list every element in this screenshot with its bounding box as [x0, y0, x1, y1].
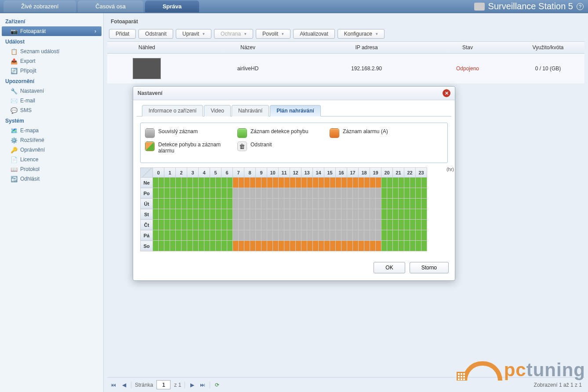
schedule-cell[interactable] [267, 230, 273, 241]
page-input[interactable] [156, 380, 171, 389]
schedule-cell[interactable] [364, 199, 370, 209]
schedule-cell[interactable] [164, 230, 170, 241]
tab-live-view[interactable]: Živé zobrazení [4, 0, 76, 12]
schedule-cell[interactable] [244, 220, 250, 230]
schedule-cell[interactable] [239, 230, 244, 241]
schedule-cell[interactable] [256, 241, 261, 251]
schedule-cell[interactable] [181, 199, 187, 209]
schedule-cell[interactable] [284, 199, 290, 209]
schedule-cell[interactable] [404, 241, 410, 251]
schedule-cell[interactable] [324, 209, 330, 220]
schedule-cell[interactable] [370, 178, 376, 188]
schedule-cell[interactable] [393, 199, 399, 209]
schedule-cell[interactable] [187, 199, 193, 209]
schedule-cell[interactable] [273, 230, 279, 241]
schedule-cell[interactable] [290, 220, 296, 230]
schedule-cell[interactable] [244, 178, 250, 188]
sidebar-item-sms[interactable]: 💬SMS [0, 105, 103, 115]
schedule-cell[interactable] [290, 178, 296, 188]
schedule-cell[interactable] [410, 230, 416, 241]
schedule-cell[interactable] [279, 188, 284, 199]
schedule-cell[interactable] [199, 230, 204, 241]
sidebar-item-export[interactable]: 📤Export [0, 56, 103, 66]
schedule-cell[interactable] [170, 178, 176, 188]
schedule-cell[interactable] [244, 209, 250, 220]
sidebar-item-camera[interactable]: 📷Fotoaparát› [2, 26, 102, 36]
legend-motion[interactable]: Záznam detekce pohybu [237, 128, 325, 138]
schedule-cell[interactable] [421, 188, 427, 199]
schedule-cell[interactable] [319, 230, 324, 241]
schedule-cell[interactable] [296, 220, 301, 230]
schedule-cell[interactable] [416, 199, 421, 209]
schedule-cell[interactable] [256, 188, 261, 199]
schedule-cell[interactable] [410, 199, 416, 209]
schedule-cell[interactable] [301, 188, 307, 199]
schedule-cell[interactable] [307, 230, 313, 241]
schedule-cell[interactable] [250, 220, 256, 230]
schedule-cell[interactable] [404, 188, 410, 199]
schedule-cell[interactable] [204, 178, 210, 188]
col-state-header[interactable]: Stav [424, 42, 512, 53]
schedule-cell[interactable] [216, 209, 221, 220]
schedule-cell[interactable] [153, 220, 159, 230]
schedule-cell[interactable] [336, 199, 341, 209]
schedule-cell[interactable] [324, 199, 330, 209]
schedule-cell[interactable] [290, 230, 296, 241]
schedule-cell[interactable] [227, 230, 233, 241]
schedule-cell[interactable] [404, 209, 410, 220]
schedule-cell[interactable] [227, 199, 233, 209]
schedule-cell[interactable] [399, 199, 404, 209]
sidebar-item-emap[interactable]: 🗺️E-mapa [0, 126, 103, 135]
schedule-cell[interactable] [199, 188, 204, 199]
schedule-cell[interactable] [416, 241, 421, 251]
schedule-cell[interactable] [364, 188, 370, 199]
schedule-cell[interactable] [204, 209, 210, 220]
schedule-cell[interactable] [324, 230, 330, 241]
protect-button[interactable]: Ochrana [214, 29, 253, 39]
schedule-cell[interactable] [216, 241, 221, 251]
schedule-cell[interactable] [199, 220, 204, 230]
schedule-cell[interactable] [216, 230, 221, 241]
schedule-cell[interactable] [221, 230, 227, 241]
tab-recording-schedule[interactable]: Plán nahrávání [270, 105, 320, 116]
schedule-cell[interactable] [273, 188, 279, 199]
schedule-cell[interactable] [159, 178, 164, 188]
schedule-cell[interactable] [347, 220, 353, 230]
schedule-cell[interactable] [347, 188, 353, 199]
schedule-cell[interactable] [307, 209, 313, 220]
schedule-cell[interactable] [244, 199, 250, 209]
schedule-cell[interactable] [227, 241, 233, 251]
schedule-cell[interactable] [199, 178, 204, 188]
schedule-cell[interactable] [204, 241, 210, 251]
schedule-cell[interactable] [336, 230, 341, 241]
schedule-cell[interactable] [181, 209, 187, 220]
schedule-cell[interactable] [319, 220, 324, 230]
reload-icon[interactable]: ⟳ [214, 381, 221, 388]
schedule-cell[interactable] [393, 188, 399, 199]
schedule-cell[interactable] [410, 220, 416, 230]
schedule-cell[interactable] [204, 230, 210, 241]
schedule-cell[interactable] [364, 220, 370, 230]
table-row[interactable]: airliveHD 192.168.2.90 Odpojeno 0 / 10 (… [107, 54, 584, 83]
schedule-cell[interactable] [341, 220, 347, 230]
schedule-cell[interactable] [324, 178, 330, 188]
schedule-cell[interactable] [250, 199, 256, 209]
schedule-cell[interactable] [341, 209, 347, 220]
schedule-cell[interactable] [273, 178, 279, 188]
schedule-cell[interactable] [336, 241, 341, 251]
schedule-cell[interactable] [256, 199, 261, 209]
schedule-cell[interactable] [341, 178, 347, 188]
schedule-cell[interactable] [376, 199, 381, 209]
schedule-cell[interactable] [353, 241, 359, 251]
schedule-cell[interactable] [267, 178, 273, 188]
schedule-cell[interactable] [267, 188, 273, 199]
refresh-button[interactable]: Aktualizovat [293, 29, 335, 39]
schedule-cell[interactable] [199, 241, 204, 251]
schedule-cell[interactable] [301, 178, 307, 188]
schedule-cell[interactable] [279, 199, 284, 209]
schedule-cell[interactable] [216, 188, 221, 199]
schedule-cell[interactable] [159, 241, 164, 251]
schedule-cell[interactable] [376, 230, 381, 241]
schedule-cell[interactable] [170, 188, 176, 199]
schedule-cell[interactable] [353, 199, 359, 209]
